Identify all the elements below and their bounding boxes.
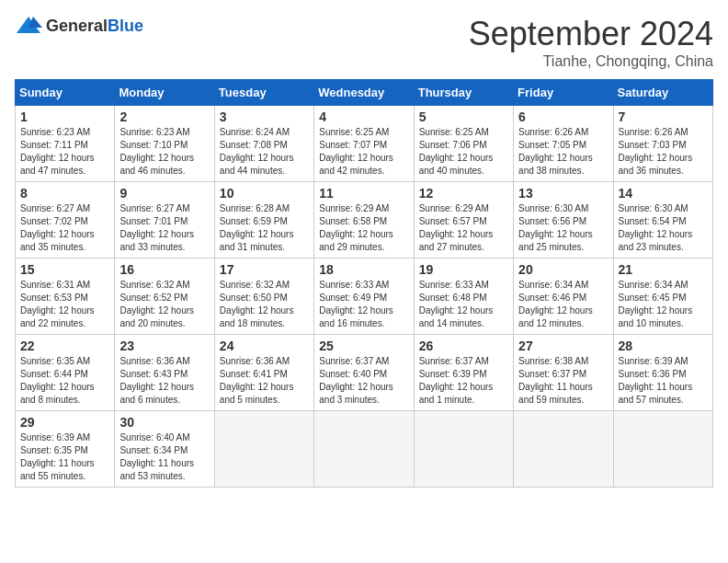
calendar-cell: 25Sunrise: 6:37 AMSunset: 6:40 PMDayligh… [314, 335, 414, 411]
day-detail: Sunrise: 6:39 AMSunset: 6:36 PMDaylight:… [619, 356, 693, 405]
day-detail: Sunrise: 6:36 AMSunset: 6:43 PMDaylight:… [119, 356, 194, 405]
day-number: 8 [20, 186, 109, 201]
day-number: 26 [419, 339, 508, 353]
calendar-cell: 23Sunrise: 6:36 AMSunset: 6:43 PMDayligh… [115, 335, 214, 411]
calendar-cell: 19Sunrise: 6:33 AMSunset: 6:48 PMDayligh… [414, 259, 513, 335]
day-detail: Sunrise: 6:39 AMSunset: 6:35 PMDaylight:… [20, 432, 95, 481]
calendar-cell [613, 411, 712, 488]
day-number: 29 [20, 415, 109, 430]
day-detail: Sunrise: 6:26 AMSunset: 7:05 PMDaylight:… [518, 127, 593, 176]
day-of-week-header: Saturday [613, 80, 712, 106]
day-detail: Sunrise: 6:27 AMSunset: 7:02 PMDaylight:… [20, 203, 95, 252]
day-detail: Sunrise: 6:23 AMSunset: 7:10 PMDaylight:… [119, 127, 194, 176]
day-number: 30 [119, 415, 209, 430]
calendar-cell: 30Sunrise: 6:40 AMSunset: 6:34 PMDayligh… [115, 411, 214, 488]
day-number: 2 [119, 109, 209, 124]
calendar-cell: 11Sunrise: 6:29 AMSunset: 6:58 PMDayligh… [314, 182, 414, 259]
day-detail: Sunrise: 6:29 AMSunset: 6:58 PMDaylight:… [319, 203, 393, 252]
day-number: 23 [119, 339, 209, 353]
day-number: 11 [319, 186, 408, 201]
day-detail: Sunrise: 6:32 AMSunset: 6:50 PMDaylight:… [220, 280, 294, 328]
calendar-cell: 16Sunrise: 6:32 AMSunset: 6:52 PMDayligh… [115, 259, 214, 335]
day-detail: Sunrise: 6:35 AMSunset: 6:44 PMDaylight:… [20, 356, 95, 405]
day-number: 15 [20, 262, 109, 277]
calendar-cell: 13Sunrise: 6:30 AMSunset: 6:56 PMDayligh… [514, 182, 613, 259]
day-detail: Sunrise: 6:40 AMSunset: 6:34 PMDaylight:… [119, 432, 194, 481]
logo: GeneralBlue [15, 15, 143, 37]
calendar-cell: 6Sunrise: 6:26 AMSunset: 7:05 PMDaylight… [514, 106, 613, 182]
day-number: 25 [319, 339, 408, 353]
day-detail: Sunrise: 6:29 AMSunset: 6:57 PMDaylight:… [419, 203, 494, 252]
day-of-week-header: Wednesday [314, 80, 414, 106]
day-number: 4 [319, 109, 408, 124]
day-number: 28 [619, 339, 708, 353]
calendar-cell [214, 411, 313, 488]
calendar-cell: 17Sunrise: 6:32 AMSunset: 6:50 PMDayligh… [214, 259, 313, 335]
day-of-week-header: Tuesday [214, 80, 313, 106]
day-detail: Sunrise: 6:33 AMSunset: 6:49 PMDaylight:… [319, 280, 393, 328]
day-detail: Sunrise: 6:34 AMSunset: 6:45 PMDaylight:… [619, 280, 693, 328]
day-number: 21 [619, 262, 708, 277]
day-detail: Sunrise: 6:31 AMSunset: 6:53 PMDaylight:… [20, 280, 95, 328]
title-area: September 2024 Tianhe, Chongqing, China [469, 15, 713, 70]
day-number: 16 [119, 262, 209, 277]
calendar-cell: 14Sunrise: 6:30 AMSunset: 6:54 PMDayligh… [613, 182, 712, 259]
calendar-cell [514, 411, 613, 488]
day-number: 20 [518, 262, 608, 277]
calendar-cell: 7Sunrise: 6:26 AMSunset: 7:03 PMDaylight… [613, 106, 712, 182]
day-number: 22 [20, 339, 109, 353]
calendar-cell: 4Sunrise: 6:25 AMSunset: 7:07 PMDaylight… [314, 106, 414, 182]
calendar-cell: 3Sunrise: 6:24 AMSunset: 7:08 PMDaylight… [214, 106, 313, 182]
day-number: 9 [119, 186, 209, 201]
day-number: 6 [518, 109, 608, 124]
day-number: 19 [419, 262, 508, 277]
calendar-cell: 18Sunrise: 6:33 AMSunset: 6:49 PMDayligh… [314, 259, 414, 335]
day-detail: Sunrise: 6:30 AMSunset: 6:54 PMDaylight:… [619, 203, 693, 252]
calendar-cell: 20Sunrise: 6:34 AMSunset: 6:46 PMDayligh… [514, 259, 613, 335]
calendar-cell: 24Sunrise: 6:36 AMSunset: 6:41 PMDayligh… [214, 335, 313, 411]
day-number: 10 [220, 186, 309, 201]
logo-icon [15, 15, 42, 37]
calendar-cell [414, 411, 513, 488]
calendar-cell: 8Sunrise: 6:27 AMSunset: 7:02 PMDaylight… [16, 182, 115, 259]
calendar-cell: 12Sunrise: 6:29 AMSunset: 6:57 PMDayligh… [414, 182, 513, 259]
calendar-cell: 15Sunrise: 6:31 AMSunset: 6:53 PMDayligh… [16, 259, 115, 335]
day-of-week-header: Friday [514, 80, 613, 106]
day-number: 27 [518, 339, 608, 353]
calendar-cell: 2Sunrise: 6:23 AMSunset: 7:10 PMDaylight… [115, 106, 214, 182]
logo-text-general: General [46, 17, 108, 35]
day-detail: Sunrise: 6:37 AMSunset: 6:40 PMDaylight:… [319, 356, 393, 405]
day-detail: Sunrise: 6:38 AMSunset: 6:37 PMDaylight:… [518, 356, 593, 405]
day-detail: Sunrise: 6:24 AMSunset: 7:08 PMDaylight:… [220, 127, 294, 176]
calendar-cell: 1Sunrise: 6:23 AMSunset: 7:11 PMDaylight… [16, 106, 115, 182]
month-title: September 2024 [469, 15, 713, 53]
calendar-cell: 26Sunrise: 6:37 AMSunset: 6:39 PMDayligh… [414, 335, 513, 411]
calendar-cell [314, 411, 414, 488]
calendar-cell: 27Sunrise: 6:38 AMSunset: 6:37 PMDayligh… [514, 335, 613, 411]
day-number: 5 [419, 109, 508, 124]
calendar-cell: 9Sunrise: 6:27 AMSunset: 7:01 PMDaylight… [115, 182, 214, 259]
day-of-week-header: Thursday [414, 80, 513, 106]
day-detail: Sunrise: 6:34 AMSunset: 6:46 PMDaylight:… [518, 280, 593, 328]
day-number: 24 [220, 339, 309, 353]
calendar-cell: 21Sunrise: 6:34 AMSunset: 6:45 PMDayligh… [613, 259, 712, 335]
calendar-cell: 5Sunrise: 6:25 AMSunset: 7:06 PMDaylight… [414, 106, 513, 182]
day-detail: Sunrise: 6:37 AMSunset: 6:39 PMDaylight:… [419, 356, 494, 405]
day-detail: Sunrise: 6:26 AMSunset: 7:03 PMDaylight:… [619, 127, 693, 176]
calendar-cell: 28Sunrise: 6:39 AMSunset: 6:36 PMDayligh… [613, 335, 712, 411]
day-number: 1 [20, 109, 109, 124]
calendar-cell: 29Sunrise: 6:39 AMSunset: 6:35 PMDayligh… [16, 411, 115, 488]
day-detail: Sunrise: 6:32 AMSunset: 6:52 PMDaylight:… [119, 280, 194, 328]
day-detail: Sunrise: 6:25 AMSunset: 7:07 PMDaylight:… [319, 127, 393, 176]
day-number: 12 [419, 186, 508, 201]
day-detail: Sunrise: 6:23 AMSunset: 7:11 PMDaylight:… [20, 127, 95, 176]
day-number: 18 [319, 262, 408, 277]
day-detail: Sunrise: 6:36 AMSunset: 6:41 PMDaylight:… [220, 356, 294, 405]
day-detail: Sunrise: 6:33 AMSunset: 6:48 PMDaylight:… [419, 280, 494, 328]
day-number: 7 [619, 109, 708, 124]
day-detail: Sunrise: 6:28 AMSunset: 6:59 PMDaylight:… [220, 203, 294, 252]
day-of-week-header: Sunday [16, 80, 115, 106]
day-number: 14 [619, 186, 708, 201]
day-number: 13 [518, 186, 608, 201]
location-title: Tianhe, Chongqing, China [469, 53, 713, 70]
